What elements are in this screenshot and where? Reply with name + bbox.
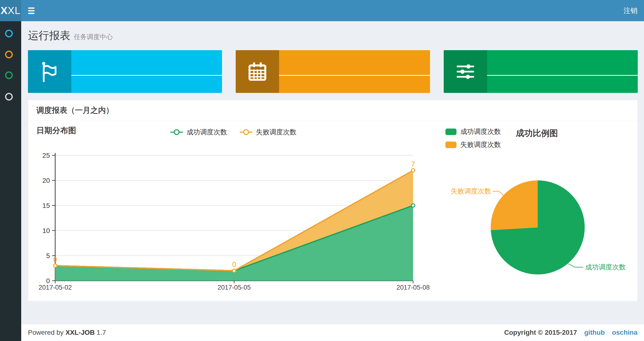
point-value-label: 0	[53, 256, 57, 263]
footer-version: 1.7	[97, 329, 106, 336]
github-link[interactable]: github	[584, 329, 605, 336]
y-tick-label: 10	[42, 227, 50, 234]
point-value-label: 0	[232, 260, 236, 268]
stat-box-sliders	[444, 50, 638, 93]
legend-swatch-icon	[446, 129, 456, 135]
page-header: 运行报表任务调度中心	[28, 29, 113, 43]
legend-swatch-icon	[446, 142, 456, 148]
footer-powered-by: Powered by XXL-JOB 1.7	[28, 324, 106, 341]
top-navbar: XXL 注销	[0, 0, 644, 21]
circle-icon	[5, 93, 13, 101]
stat-box-flag	[28, 50, 222, 93]
stat-description	[487, 76, 638, 93]
x-tick-label: 2017-05-02	[38, 284, 72, 291]
sidebar-toggle-button[interactable]	[24, 0, 39, 21]
success-point[interactable]	[412, 204, 415, 207]
pie-label-leader	[568, 264, 583, 267]
legend-item[interactable]: 成功调度次数	[446, 127, 501, 136]
pie-slice-label: 成功调度次数	[585, 263, 626, 271]
panel-title: 调度报表（一月之内）	[28, 100, 638, 121]
logo-text: XL	[8, 5, 20, 16]
legend-item[interactable]: 成功调度次数	[170, 128, 227, 137]
circle-icon	[5, 71, 13, 79]
sidebar-item-menu-job-log[interactable]	[0, 67, 21, 82]
footer-brand: XXL-JOB	[66, 329, 95, 336]
logo-text-bold: X	[1, 5, 8, 16]
sidebar	[0, 21, 21, 341]
circle-icon	[5, 30, 13, 37]
x-tick-label: 2017-05-08	[396, 284, 430, 291]
flag-icon	[28, 50, 71, 93]
line-chart[interactable]: 05101520252017-05-022017-05-052017-05-08…	[28, 145, 438, 301]
legend-label: 成功调度次数	[186, 128, 227, 137]
failed-point[interactable]	[54, 264, 57, 267]
page-title: 运行报表	[28, 30, 70, 41]
point-value-label: 7	[411, 160, 415, 168]
footer: Powered by XXL-JOB 1.7 Copyright © 2015-…	[21, 324, 644, 341]
stat-box-row	[28, 50, 638, 93]
pie-slice-1[interactable]	[491, 180, 538, 230]
sidebar-item-menu-executor[interactable]	[0, 89, 21, 103]
legend-marker-icon	[239, 129, 253, 136]
sidebar-item-menu-job-manage[interactable]	[0, 46, 21, 61]
calendar-icon	[236, 50, 279, 93]
stat-description	[71, 76, 222, 93]
stat-box-calendar	[236, 50, 430, 93]
pie-label-leader	[493, 191, 504, 195]
sidebar-item-menu-dashboard[interactable]	[0, 25, 21, 40]
app-logo[interactable]: XXL	[0, 0, 21, 21]
pie-chart[interactable]: 成功调度次数失败调度次数	[446, 147, 638, 301]
stat-description	[279, 76, 430, 93]
sliders-icon	[444, 50, 487, 93]
legend-item[interactable]: 失败调度次数	[239, 128, 296, 137]
logout-link[interactable]: 注销	[624, 0, 638, 21]
circle-icon	[5, 51, 13, 58]
charts-row: 日期分布图 成功调度次数失败调度次数 05101520252017-05-022…	[28, 121, 638, 301]
y-tick-label: 0	[46, 277, 50, 284]
hamburger-icon	[28, 8, 34, 9]
y-tick-label: 25	[42, 152, 50, 159]
y-tick-label: 20	[42, 177, 50, 184]
pie-chart-title: 成功比例图	[516, 128, 558, 139]
pie-slice-label: 失败调度次数	[451, 187, 491, 195]
failed-point[interactable]	[232, 269, 236, 272]
footer-copyright: Copyright © 2015-2017 github oschina	[504, 324, 638, 341]
line-chart-legend: 成功调度次数失败调度次数	[28, 128, 438, 137]
legend-label: 成功调度次数	[460, 127, 501, 136]
report-panel: 调度报表（一月之内） 日期分布图 成功调度次数失败调度次数 0510152025…	[28, 100, 638, 301]
y-tick-label: 15	[42, 202, 50, 209]
oschina-link[interactable]: oschina	[612, 329, 638, 336]
x-tick-label: 2017-05-05	[218, 284, 251, 291]
legend-marker-icon	[170, 129, 184, 136]
legend-label: 失败调度次数	[256, 128, 296, 137]
page-subtitle: 任务调度中心	[74, 33, 113, 41]
failed-point[interactable]	[412, 169, 415, 172]
y-tick-label: 5	[46, 252, 50, 259]
